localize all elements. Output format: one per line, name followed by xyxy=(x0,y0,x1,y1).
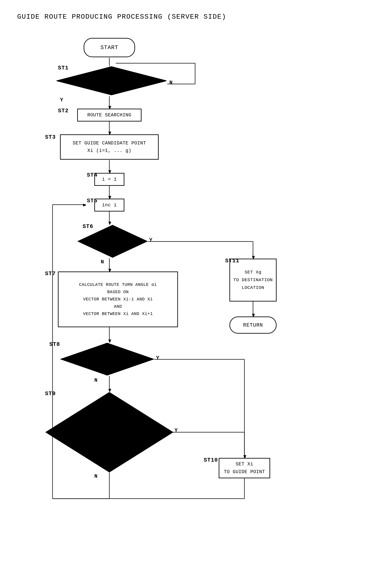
st8-n-label: N xyxy=(94,377,97,383)
st7-process: CALCULATE ROUTE TURN ANGLE αi BASED ON V… xyxy=(58,272,178,327)
st8-label: ST8 xyxy=(49,341,60,347)
st3-label: ST3 xyxy=(45,134,56,140)
st2-process: ROUTE SEARCHING xyxy=(77,109,141,122)
return-terminal: RETURN xyxy=(229,316,277,334)
st9-diamond: AREROAD TYPE BETWEEN Xi-1 AND XiANDROAD … xyxy=(45,391,174,473)
st7-label: ST7 xyxy=(45,270,56,277)
start-terminal: START xyxy=(84,38,135,57)
st9-y-label: Y xyxy=(174,428,178,433)
st8-y-label: Y xyxy=(156,355,159,361)
st9-n-label: N xyxy=(94,473,97,479)
st4-process: i = 1 xyxy=(94,173,124,186)
flowchart: START ST1 HAVE ROUTE SEARCHING CONDITION… xyxy=(17,32,356,578)
st6-diamond: i = g ? xyxy=(77,224,148,258)
st1-n-label: N xyxy=(169,80,172,85)
st8-diamond: α i ≤ α a? xyxy=(60,342,154,376)
st10-label: ST10 xyxy=(204,457,218,463)
st5-process: inc i xyxy=(94,199,124,211)
page-container: GUIDE ROUTE PRODUCING PROCESSING (SERVER… xyxy=(0,0,375,588)
st2-label: ST2 xyxy=(58,108,69,114)
st11-process: SET Xg TO DESTINATION LOCATION xyxy=(229,259,277,302)
st1-diamond: HAVE ROUTE SEARCHING CONDITIONSBEEN RECE… xyxy=(56,66,167,96)
st6-y-label: Y xyxy=(149,237,152,243)
st1-y-label: Y xyxy=(60,97,63,103)
page-title: GUIDE ROUTE PRODUCING PROCESSING (SERVER… xyxy=(17,13,358,21)
st6-n-label: N xyxy=(101,259,104,265)
svg-marker-34 xyxy=(83,204,86,206)
st10-process: SET Xi TO GUIDE POINT xyxy=(219,458,270,478)
st3-process: SET GUIDE CANDIDATE POINT Xi (i=1, ... g… xyxy=(60,134,159,160)
